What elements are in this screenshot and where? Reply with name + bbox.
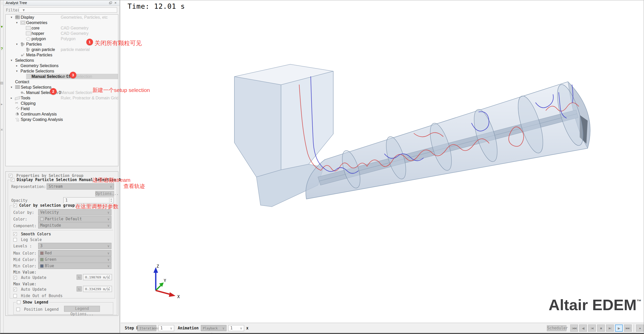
close-panel-icon[interactable]: ×	[113, 1, 118, 5]
tree-item-geometries[interactable]: ▾Geometries	[6, 20, 118, 25]
annotation-text-2: 新建一个setup selection	[92, 87, 150, 94]
legend-options-button[interactable]: Legend Options...	[64, 306, 100, 312]
step-by-count-combobox[interactable]: 1∨	[158, 325, 174, 331]
position-legend-checkbox[interactable]	[16, 308, 20, 311]
spinner-arrows-icon[interactable]: ▲▼	[109, 198, 113, 203]
color-by-label: Color by:	[13, 210, 34, 215]
tree-item-field[interactable]: Field	[6, 106, 118, 111]
tree-item-label: polygon	[32, 37, 46, 41]
hide-out-of-bounds-checkbox[interactable]	[13, 294, 17, 298]
record-button[interactable]: ●	[636, 325, 644, 332]
color-dropdown[interactable]: Particle Default∨	[38, 216, 111, 222]
levels-dropdown[interactable]: 3∨	[38, 243, 111, 249]
stop-button[interactable]: ■	[597, 325, 605, 332]
max-color-swatch	[40, 252, 44, 255]
play-button[interactable]: ▶	[615, 325, 623, 332]
tree-item-label: Spray Coating Analysis	[21, 117, 63, 122]
playback-speed-combobox[interactable]: 1∨	[228, 325, 244, 331]
mid-color-dropdown[interactable]: Green∨	[38, 256, 111, 263]
properties-panel: Properties by Selection Group Display Pa…	[5, 171, 118, 316]
3d-viewport[interactable]: Time: 12.01 s	[121, 0, 644, 324]
max-refresh-button[interactable]: ↻	[77, 286, 82, 291]
options-button[interactable]: Options...	[95, 191, 114, 196]
tree-item-clipping[interactable]: Clipping	[6, 101, 118, 106]
skip-to-start-button[interactable]: |◀◀	[570, 325, 578, 332]
max-auto-update-row[interactable]: Auto Update	[13, 287, 46, 292]
annotation-badge-3: 3	[70, 72, 76, 78]
chevron-down-icon[interactable]: ▾	[11, 16, 15, 19]
chevron-down-icon[interactable]: ▾	[16, 43, 20, 46]
tree-item-selections[interactable]: ▾Selections	[6, 58, 118, 63]
tree-item-label: Selections	[15, 58, 34, 63]
annotation-text-5: 在这里调整好参数	[75, 203, 118, 210]
tree-item-continuum-analysis[interactable]: Continuum Analysis	[6, 111, 118, 117]
smooth-colors-row[interactable]: Smooth Colors	[13, 232, 51, 236]
float-panel-icon[interactable]	[108, 1, 112, 5]
chevron-right-icon[interactable]: ▸	[16, 64, 20, 67]
step-forward-button[interactable]: ▶|	[606, 325, 614, 332]
smooth-colors-checkbox[interactable]	[13, 232, 17, 236]
filter-combobox[interactable]: ▼	[19, 7, 117, 13]
document-icon[interactable]: ▤	[0, 81, 4, 85]
spinner-arrows-icon[interactable]: ▲▼	[107, 287, 111, 291]
opacity-spinner[interactable]: 1 ▲▼	[63, 197, 114, 203]
hide-out-of-bounds-row[interactable]: Hide Out of Bounds	[13, 293, 63, 298]
tree-item-tools[interactable]: ▸ToolsRuler, Protractor & Domain Grid	[6, 95, 118, 101]
max-value-field[interactable]: 0.334299 m/s ▲▼	[83, 286, 112, 292]
panel-titlebar[interactable]: Analyst Tree ×	[4, 0, 120, 6]
tree-item-display[interactable]: ▾DisplayGeometries, Particles, etc	[6, 15, 118, 20]
skip-to-end-button[interactable]: ▶▶|	[624, 325, 632, 332]
close-strip-icon[interactable]: ✕	[0, 128, 4, 132]
step-back-button[interactable]: |◀	[588, 325, 596, 332]
help-icon[interactable]: ?	[0, 46, 4, 51]
tree-item-core[interactable]: coreCAD Geometry	[6, 25, 118, 31]
properties-by-selection-group-checkbox[interactable]	[9, 174, 12, 178]
representation-dropdown[interactable]: Stream∨	[47, 183, 114, 190]
play-backward-button[interactable]: ◀	[579, 325, 587, 332]
tree-item-spray-coating-analysis[interactable]: Spray Coating Analysis	[6, 117, 118, 122]
chevron-right-icon[interactable]: ▸	[11, 96, 15, 100]
show-legend-checkbox[interactable]	[17, 300, 20, 304]
component-dropdown[interactable]: Magnitude∨	[38, 222, 111, 228]
chevron-down-icon[interactable]: ▾	[16, 69, 20, 73]
min-color-swatch	[40, 264, 44, 268]
tree-item-manual-selection-01[interactable]: Manual Selection 01Manual Selection	[6, 74, 118, 79]
setup-selections-icon	[15, 85, 20, 89]
screw-conveyor-scene: Z Y X	[121, 0, 644, 324]
tree-item-contact[interactable]: Contact	[6, 79, 118, 85]
color-group-legend[interactable]: Color by selection group	[12, 203, 76, 208]
min-value-field[interactable]: 0.198769 m/s ▲▼	[83, 274, 112, 280]
color-by-selection-group-checkbox[interactable]	[13, 204, 17, 207]
color-by-dropdown[interactable]: Velocity∨	[38, 209, 111, 215]
show-legend-legend[interactable]: Show Legend	[16, 300, 49, 305]
tree-item-grain-particle[interactable]: grain particleparticle material	[6, 47, 118, 52]
tree-item-geometry-selections[interactable]: ▸Geometry Selections	[6, 63, 118, 68]
chevron-down-icon[interactable]: ▾	[11, 86, 15, 89]
min-color-dropdown[interactable]: Blue∨	[38, 263, 111, 269]
display-selection-checkbox[interactable]	[11, 178, 14, 182]
green-down-arrow-icon[interactable]: ▼	[0, 25, 4, 29]
chevron-right-icon[interactable]: ▸	[0, 102, 4, 106]
max-auto-update-checkbox[interactable]	[13, 288, 17, 291]
tree-item-label: Setup Selections	[21, 85, 51, 90]
min-refresh-button[interactable]: ↻	[77, 275, 82, 280]
tree-item-meta-particles[interactable]: Meta-Particles	[6, 52, 118, 58]
tree-item-label: Contact	[15, 80, 29, 84]
tree-item-particle-selections[interactable]: ▾Particle Selections	[6, 68, 118, 74]
spinner-arrows-icon[interactable]: ▲▼	[107, 275, 111, 279]
step-by-mode-dropdown[interactable]: Iterations∨	[137, 325, 156, 331]
animation-type-dropdown[interactable]: Playback Speed∨	[201, 325, 226, 331]
tree-item-hopper[interactable]: hopperCAD Geometry	[6, 31, 118, 36]
position-legend-row[interactable]: Position Legend	[16, 307, 59, 312]
max-color-dropdown[interactable]: Red∨	[38, 250, 111, 256]
scheduler-button[interactable]: Scheduler	[547, 325, 566, 331]
min-auto-update-checkbox[interactable]	[13, 276, 17, 279]
chevron-down-icon[interactable]: ▾	[16, 21, 20, 24]
log-scale-checkbox[interactable]	[13, 238, 17, 242]
min-auto-update-row[interactable]: Auto Update	[13, 275, 46, 280]
log-scale-row[interactable]: Log Scale	[13, 237, 42, 242]
axis-y-label: Y	[164, 278, 166, 283]
min-value-label: Min Value:	[13, 270, 36, 275]
chevron-down-icon[interactable]: ▾	[11, 59, 15, 62]
tree-item-secondary-label: Ruler, Protractor & Domain Grid	[61, 96, 118, 100]
